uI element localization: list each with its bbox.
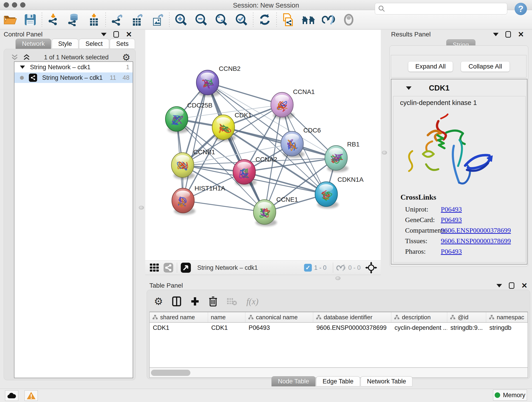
- tab-node-table[interactable]: Node Table: [272, 376, 316, 386]
- column-header-database-identifier[interactable]: database identifier: [313, 312, 391, 322]
- table-panel-header: Table Panel: [149, 281, 530, 290]
- network-node-CCNA1[interactable]: CCNA1: [271, 88, 315, 119]
- network-edge[interactable]: [183, 83, 208, 201]
- tree-row-collection[interactable]: String Network – cdk11: [14, 62, 133, 72]
- float-panel-icon[interactable]: [509, 282, 514, 289]
- crosslink-link[interactable]: P06493: [441, 248, 462, 255]
- zoom-selected-button[interactable]: [231, 11, 252, 28]
- network-view-toolbar: String Network – cdk1 1 - 0 0 - 0: [145, 260, 381, 275]
- tab-edge-table[interactable]: Edge Table: [316, 376, 360, 386]
- horizontal-splitter-handle[interactable]: [336, 276, 341, 280]
- houses-button[interactable]: [298, 11, 318, 28]
- network-node-CCNE1[interactable]: CCNE1: [253, 196, 298, 226]
- crosshair-icon[interactable]: [365, 262, 377, 274]
- open-session-button[interactable]: [0, 11, 20, 28]
- panel-menu-icon[interactable]: [101, 33, 107, 36]
- zoom-in-button[interactable]: [171, 11, 191, 28]
- copy-documents-button[interactable]: [278, 11, 298, 28]
- table-cell[interactable]: CDK1: [150, 323, 208, 333]
- network-node-CDKN1A[interactable]: CDKN1A: [315, 176, 364, 208]
- column-header-description[interactable]: description: [391, 312, 447, 322]
- crosslink-link[interactable]: 9606.ENSP00000378699: [441, 237, 511, 245]
- table-cell[interactable]: stringdb:9...: [447, 323, 486, 333]
- table-options-gear-icon[interactable]: [154, 296, 163, 306]
- network-canvas[interactable]: CCNB2CCNA1CDC25BCDK1CDC6RB1CCNB1CCNA2CDK…: [145, 30, 381, 260]
- panel-menu-icon[interactable]: [496, 284, 502, 287]
- tab-sets[interactable]: Sets: [110, 39, 135, 49]
- grid-view-icon[interactable]: [149, 263, 159, 273]
- expand-all-networks-icon[interactable]: [23, 54, 31, 61]
- glasses-hidden-button[interactable]: [318, 11, 339, 28]
- crosslink-link[interactable]: P06493: [441, 216, 462, 224]
- network-options-gear-icon[interactable]: [122, 53, 130, 62]
- warning-button[interactable]: [25, 390, 38, 401]
- tree-expander-icon[interactable]: [20, 65, 25, 69]
- eye-button[interactable]: [339, 11, 359, 28]
- table-cell[interactable]: cyclin-dependent ...: [391, 323, 447, 333]
- column-header--id[interactable]: @id: [447, 312, 486, 322]
- import-table-from-file-button[interactable]: [84, 11, 104, 28]
- node-label-CCNE1: CCNE1: [276, 196, 298, 203]
- import-network-from-file-button[interactable]: [44, 11, 64, 28]
- import-network-from-database-button[interactable]: [64, 11, 84, 28]
- network-node-HIST1H1A[interactable]: HIST1H1A: [172, 185, 225, 215]
- delete-column-icon[interactable]: [209, 296, 217, 307]
- detach-view-icon[interactable]: [180, 262, 191, 273]
- cloud-icon: [7, 392, 16, 399]
- tab-network-table[interactable]: Network Table: [361, 376, 413, 386]
- left-splitter-handle[interactable]: [139, 206, 144, 210]
- close-panel-icon[interactable]: [126, 31, 132, 38]
- refresh-network-button[interactable]: [255, 11, 275, 28]
- network-node-CCNB2[interactable]: CCNB2: [196, 65, 241, 97]
- zoom-fit-button[interactable]: [211, 11, 231, 28]
- column-header-canonical-name[interactable]: canonical name: [245, 312, 313, 322]
- tree-row-network[interactable]: String Network – cdk11148: [14, 72, 133, 83]
- network-node-CCNA2[interactable]: CCNA2: [233, 156, 277, 186]
- memory-button[interactable]: Memory: [493, 390, 527, 401]
- string-network-icon: [29, 74, 37, 82]
- collapse-all-networks-icon[interactable]: [11, 54, 19, 61]
- crosslink-link[interactable]: 9606.ENSP00000378699: [441, 226, 511, 234]
- float-panel-icon[interactable]: [505, 31, 511, 38]
- network-node-CDC6[interactable]: CDC6: [281, 127, 321, 158]
- control-panel-header: Control Panel: [4, 30, 136, 39]
- help-button[interactable]: [515, 3, 527, 15]
- network-view-icon[interactable]: [163, 262, 174, 273]
- gene-section-expander-icon[interactable]: [406, 86, 412, 90]
- right-splitter-handle[interactable]: [382, 151, 387, 154]
- expand-all-button[interactable]: Expand All: [408, 61, 453, 72]
- export-image-button[interactable]: [147, 11, 168, 28]
- table-cell[interactable]: stringdb: [486, 323, 528, 333]
- table-cell[interactable]: 9606.ENSP00000378699: [313, 323, 391, 333]
- tab-network[interactable]: Network: [16, 39, 51, 49]
- crosslink-row: Uniprot:P06493: [405, 205, 524, 216]
- collapse-all-button[interactable]: Collapse All: [461, 61, 510, 72]
- save-session-button[interactable]: [20, 11, 40, 28]
- selected-checkbox-icon[interactable]: [304, 264, 312, 272]
- search-input[interactable]: [385, 4, 507, 13]
- network-edge[interactable]: [183, 201, 265, 212]
- export-table-button[interactable]: [127, 11, 147, 28]
- close-panel-icon[interactable]: [521, 282, 527, 289]
- table-row[interactable]: CDK1CDK1P064939606.ENSP00000378699cyclin…: [150, 323, 528, 333]
- column-header-name[interactable]: name: [208, 312, 245, 322]
- close-panel-icon[interactable]: [518, 31, 524, 38]
- zoom-out-button[interactable]: [191, 11, 211, 28]
- float-panel-icon[interactable]: [114, 31, 119, 38]
- export-network-button[interactable]: [107, 11, 127, 28]
- network-node-RB1[interactable]: RB1: [325, 141, 360, 172]
- table-cell[interactable]: P06493: [245, 323, 313, 333]
- crosslinks-list: Uniprot:P06493GeneCard:P06493Compartment…: [405, 205, 524, 258]
- add-column-icon[interactable]: [190, 296, 200, 306]
- table-cell[interactable]: CDK1: [208, 323, 245, 333]
- column-header-namespac[interactable]: namespac: [486, 312, 528, 322]
- show-columns-icon[interactable]: [172, 296, 181, 306]
- scrollbar-thumb[interactable]: [151, 370, 190, 376]
- panel-menu-icon[interactable]: [493, 33, 499, 36]
- column-header-shared-name[interactable]: shared name: [150, 312, 208, 322]
- table-panel-tabs: Node TableEdge TableNetwork Table: [272, 376, 413, 386]
- cloud-button[interactable]: [5, 390, 18, 401]
- tab-style[interactable]: Style: [52, 39, 78, 49]
- tab-select[interactable]: Select: [79, 39, 109, 49]
- crosslink-link[interactable]: P06493: [441, 205, 462, 213]
